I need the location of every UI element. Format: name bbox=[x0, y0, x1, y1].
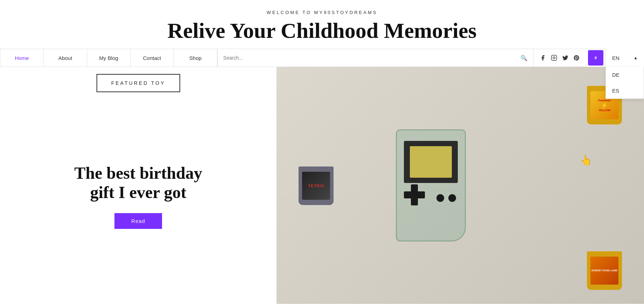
left-panel: FEATURED TOY The best birthday gift I ev… bbox=[0, 67, 276, 304]
cartridge-dk-label: DONKEY KONG LAND bbox=[590, 257, 618, 285]
facebook-icon[interactable] bbox=[540, 55, 546, 61]
pokemon-subtext: YELLOW bbox=[598, 109, 610, 112]
lang-option-de[interactable]: DE bbox=[606, 67, 644, 83]
featured-label: FEATURED TOY bbox=[111, 80, 166, 86]
site-header: WELCOME TO MY90STOYDREAMS Relive Your Ch… bbox=[0, 0, 644, 49]
main-content: FEATURED TOY The best birthday gift I ev… bbox=[0, 67, 644, 304]
lang-current: EN bbox=[612, 55, 620, 61]
cart-count: 0 bbox=[595, 55, 597, 61]
lang-button[interactable]: EN ▲ bbox=[606, 49, 644, 67]
featured-toy-badge: FEATURED TOY bbox=[97, 74, 180, 92]
main-title: Relive Your Childhood Memories bbox=[0, 19, 644, 42]
cart-button[interactable]: 0 bbox=[588, 50, 603, 66]
nav-item-contact[interactable]: Contact bbox=[131, 49, 174, 67]
cursor-hand-icon: 👆 bbox=[580, 155, 592, 166]
twitter-icon[interactable] bbox=[562, 55, 568, 61]
language-selector[interactable]: EN ▲ DE ES bbox=[606, 49, 644, 67]
read-button[interactable]: Read bbox=[114, 213, 162, 229]
lang-dropdown: DE ES bbox=[606, 67, 644, 99]
lang-option-es[interactable]: ES bbox=[606, 83, 644, 98]
featured-heading-line2: gift I ever got bbox=[90, 183, 186, 202]
navbar: Home About My Blog Contact Shop 🔍 0 EN ▲ bbox=[0, 49, 644, 67]
nav-item-shop[interactable]: Shop bbox=[174, 49, 217, 67]
featured-text: The best birthday gift I ever got Read bbox=[74, 163, 202, 229]
nav-item-myblog[interactable]: My Blog bbox=[87, 49, 131, 67]
cartridge-dk: DONKEY KONG LAND bbox=[587, 251, 622, 290]
search-icon[interactable]: 🔍 bbox=[520, 55, 527, 61]
gameboy-b-button bbox=[436, 194, 444, 202]
gameboy-screen bbox=[410, 146, 452, 178]
featured-heading-line1: The best birthday bbox=[74, 164, 202, 182]
pokemon-text: Pokémon bbox=[598, 99, 611, 102]
pinterest-icon[interactable] bbox=[573, 55, 580, 61]
gameboy-a-button bbox=[448, 194, 456, 202]
instagram-icon[interactable] bbox=[551, 55, 557, 61]
right-panel: TETRIS Pokémon ⚡ YELLOW DONKEY KONG LAND… bbox=[276, 67, 644, 304]
social-icons bbox=[533, 49, 586, 67]
nav-item-about[interactable]: About bbox=[44, 49, 87, 67]
cartridge-tetris: TETRIS bbox=[299, 166, 334, 205]
search-container: 🔍 bbox=[217, 49, 533, 67]
cartridge-tetris-label: TETRIS bbox=[302, 172, 330, 200]
chevron-up-icon: ▲ bbox=[634, 55, 638, 60]
gameboy-dpad bbox=[404, 184, 425, 205]
gameboy bbox=[396, 129, 466, 242]
gameboy-screen-area bbox=[404, 141, 458, 183]
nav-item-home[interactable]: Home bbox=[0, 49, 44, 67]
nav-items: Home About My Blog Contact Shop bbox=[0, 49, 217, 67]
dk-text: DONKEY KONG LAND bbox=[592, 269, 617, 272]
welcome-text: WELCOME TO MY90STOYDREAMS bbox=[0, 10, 644, 15]
gameboy-scene: TETRIS Pokémon ⚡ YELLOW DONKEY KONG LAND… bbox=[276, 67, 644, 304]
search-input[interactable] bbox=[223, 55, 518, 61]
dpad-vertical bbox=[411, 184, 418, 205]
gameboy-body bbox=[396, 129, 466, 242]
featured-heading: The best birthday gift I ever got bbox=[74, 163, 202, 202]
svg-rect-0 bbox=[552, 55, 557, 61]
gameboy-ab-buttons bbox=[436, 194, 456, 202]
